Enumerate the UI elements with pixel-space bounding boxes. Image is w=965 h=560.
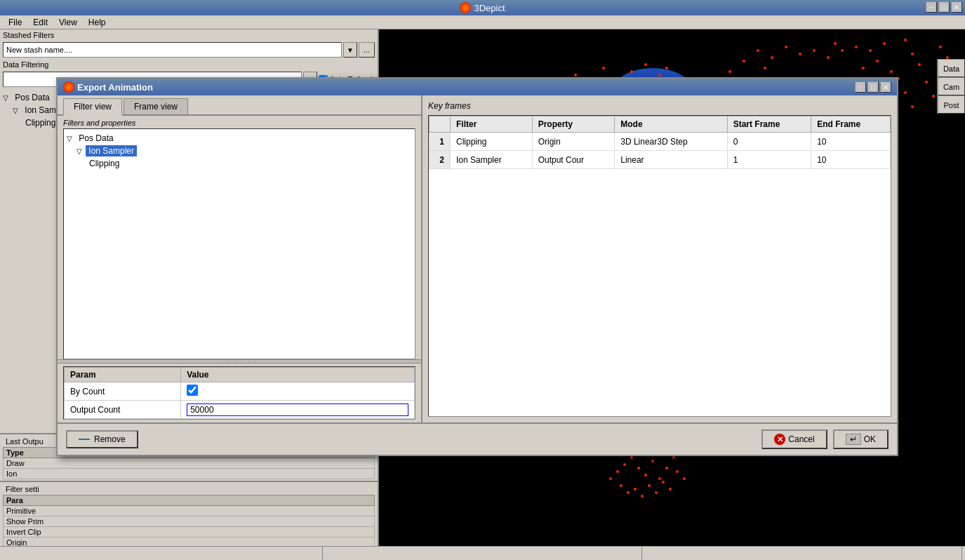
dialog-tree-ion-sampler-label: Ion Sampler — [86, 145, 137, 156]
export-animation-dialog: Export Animation ↑ □ ✕ Filter view Frame… — [56, 77, 898, 456]
cancel-button[interactable]: ✕ Cancel — [761, 429, 827, 449]
cam-button[interactable]: Cam — [938, 77, 965, 95]
svg-point-55 — [637, 467, 640, 469]
tree-clipping-label: Clipping — [22, 117, 58, 128]
kf-row-2-mode: Linear — [615, 151, 727, 169]
dialog-tree-clipping-label: Clipping — [86, 158, 122, 169]
svg-point-22 — [764, 67, 766, 69]
output-count-input[interactable] — [187, 404, 408, 416]
drag-dots: · · · · · · — [221, 358, 258, 366]
dialog-close-button[interactable]: ✕ — [880, 81, 891, 93]
dialog-footer: Remove ✕ Cancel ↵ OK — [58, 422, 897, 455]
svg-point-0 — [869, 49, 872, 52]
side-buttons-panel: Data Cam Post — [937, 59, 965, 114]
kf-header-start: Start Frame — [727, 116, 811, 133]
svg-point-13 — [827, 56, 830, 59]
svg-point-1 — [883, 42, 886, 45]
minimize-button[interactable]: ─ — [926, 1, 937, 13]
menu-bar: File Edit View Help — [0, 15, 965, 29]
kf-row-2-filter: Ion Sampler — [451, 151, 533, 169]
stash-dropdown-button[interactable]: ▼ — [343, 42, 357, 58]
svg-point-32 — [911, 105, 914, 108]
svg-point-6 — [862, 67, 865, 69]
svg-point-63 — [634, 488, 637, 491]
svg-point-19 — [925, 81, 928, 84]
svg-point-57 — [651, 460, 654, 462]
menu-file[interactable]: File — [3, 16, 27, 29]
dialog-right-pane: Key frames Filter Property Mode Start Fr… — [422, 95, 897, 422]
dialog-body: Filter view Frame view Filters and prope… — [58, 95, 897, 422]
kf-row-1-filter: Clipping — [451, 133, 533, 151]
keyframes-label: Key frames — [428, 101, 891, 111]
svg-point-23 — [757, 49, 759, 52]
filters-properties-label: Filters and properties — [58, 116, 421, 128]
kf-row-1-num: 1 — [430, 133, 451, 151]
table-row: Draw — [4, 458, 375, 469]
svg-point-71 — [683, 477, 686, 480]
svg-point-44 — [644, 63, 647, 66]
output-count-value — [181, 401, 415, 419]
kf-row-1-end: 10 — [811, 133, 891, 151]
svg-point-2 — [855, 46, 858, 48]
filters-tree[interactable]: ▽ Pos Data ▽ Ion Sampler Clipping — [63, 128, 415, 359]
dialog-restore-button[interactable]: □ — [867, 81, 879, 93]
stash-input[interactable] — [3, 42, 342, 58]
svg-point-12 — [834, 42, 837, 45]
svg-point-68 — [655, 491, 658, 494]
svg-point-51 — [574, 74, 577, 76]
kf-row-2[interactable]: 2 Ion Sampler Output Cour Linear 1 10 — [430, 151, 891, 169]
tab-frame-view[interactable]: Frame view — [124, 98, 188, 114]
dialog-tree-pos-data-label: Pos Data — [76, 133, 116, 144]
param-value-table: Param Value By Count Output Count — [64, 367, 415, 419]
param-value-table-wrapper: Param Value By Count Output Count — [63, 366, 415, 420]
tree-arrow-pos: ▽ — [3, 94, 8, 102]
svg-point-24 — [743, 60, 745, 62]
close-button[interactable]: ✕ — [951, 1, 962, 13]
remove-button[interactable]: Remove — [66, 430, 138, 448]
svg-point-67 — [641, 495, 644, 498]
dialog-title: Export Animation — [77, 82, 153, 93]
kf-row-2-end: 10 — [811, 151, 891, 169]
dialog-left-pane: Filter view Frame view Filters and prope… — [58, 95, 422, 422]
dialog-tree-pos-data[interactable]: ▽ Pos Data — [67, 132, 412, 145]
maximize-button[interactable]: □ — [938, 1, 950, 13]
svg-point-31 — [904, 91, 907, 94]
svg-point-33 — [932, 95, 935, 98]
dialog-tree-ion-sampler[interactable]: ▽ Ion Sampler — [67, 145, 412, 157]
kf-header-end: End Frame — [811, 116, 891, 133]
stash-row: ▼ ... — [0, 41, 378, 59]
svg-point-16 — [785, 46, 787, 48]
by-count-checkbox[interactable] — [187, 385, 198, 396]
remove-icon — [79, 439, 90, 440]
keyframes-table-wrapper[interactable]: Filter Property Mode Start Frame End Fra… — [428, 115, 891, 417]
ok-button[interactable]: ↵ OK — [833, 429, 889, 449]
dialog-tree-arrow-pos: ▽ — [67, 135, 72, 142]
keyframes-table: Filter Property Mode Start Frame End Fra… — [429, 116, 891, 169]
tab-filter-view[interactable]: Filter view — [63, 98, 122, 116]
menu-edit[interactable]: Edit — [27, 16, 53, 29]
kf-row-1-mode: 3D Linear3D Step — [615, 133, 727, 151]
menu-view[interactable]: View — [53, 16, 83, 29]
table-row: By Count — [65, 382, 415, 401]
menu-help[interactable]: Help — [83, 16, 112, 29]
post-button[interactable]: Post — [938, 95, 965, 114]
dialog-tree-clipping[interactable]: Clipping — [67, 157, 412, 170]
svg-point-60 — [665, 467, 668, 469]
filter-settings-param-header: Para — [4, 495, 375, 506]
stash-dots-button[interactable]: ... — [359, 42, 375, 58]
kf-row-1[interactable]: 1 Clipping Origin 3D Linear3D Step 0 10 — [430, 133, 891, 151]
tree-pos-data-label: Pos Data — [12, 92, 52, 103]
status-section-1 — [3, 547, 323, 560]
data-button[interactable]: Data — [938, 59, 965, 77]
param-col-header: Param — [65, 368, 181, 382]
dialog-up-button[interactable]: ↑ — [855, 81, 866, 93]
drag-handle[interactable]: · · · · · · — [58, 359, 421, 364]
svg-point-45 — [630, 70, 633, 73]
kf-header-num — [430, 116, 451, 133]
status-section-3 — [642, 547, 962, 560]
dialog-title-bar: Export Animation ↑ □ ✕ — [58, 79, 897, 95]
footer-right: ✕ Cancel ↵ OK — [761, 429, 889, 449]
app-icon-small — [460, 2, 474, 14]
table-row: Ion — [4, 469, 375, 479]
kf-row-2-num: 2 — [430, 151, 451, 169]
